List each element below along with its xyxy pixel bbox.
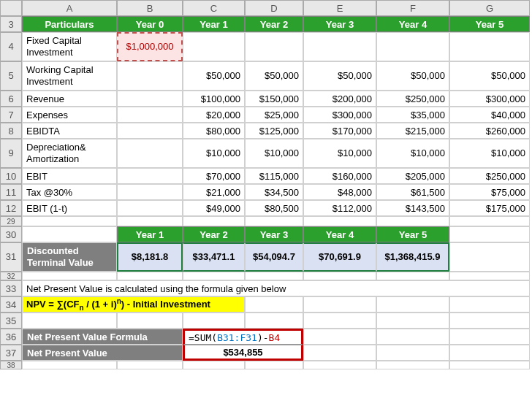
row-10[interactable]: 10	[0, 168, 22, 184]
cell-A35[interactable]	[22, 313, 117, 329]
hdr-particulars[interactable]: Particulars	[22, 16, 117, 32]
cell-C37[interactable]: $534,855	[183, 345, 303, 361]
hdr-year2[interactable]: Year 2	[245, 16, 303, 32]
col-A[interactable]: A	[22, 0, 117, 16]
cell-C7[interactable]: $20,000	[183, 107, 245, 123]
row-4[interactable]: 4	[0, 32, 22, 61]
cell-F36[interactable]	[376, 329, 449, 345]
cell-G32[interactable]	[449, 272, 530, 280]
hdr-year1[interactable]: Year 1	[183, 16, 245, 32]
row-8[interactable]: 8	[0, 123, 22, 139]
cell-D29[interactable]	[245, 216, 303, 226]
cell-A11[interactable]: Tax @30%	[22, 184, 117, 200]
spreadsheet[interactable]: A B C D E F G 3 Particulars Year 0 Year …	[0, 0, 532, 369]
hdr-year0[interactable]: Year 0	[117, 16, 183, 32]
cell-A12[interactable]: EBIT (1-t)	[22, 200, 117, 216]
cell-A10[interactable]: EBIT	[22, 168, 117, 184]
hdr2-year3[interactable]: Year 3	[245, 226, 303, 242]
cell-B11[interactable]	[117, 184, 183, 200]
cell-B8[interactable]	[117, 123, 183, 139]
row-31[interactable]: 31	[0, 242, 22, 272]
cell-F35[interactable]	[376, 313, 449, 329]
row-6[interactable]: 6	[0, 91, 22, 107]
cell-A38[interactable]	[22, 361, 117, 369]
row-37[interactable]: 37	[0, 345, 22, 361]
row-9[interactable]: 9	[0, 139, 22, 168]
cell-B29[interactable]	[117, 216, 183, 226]
cell-A5[interactable]: Working Capital Investment	[22, 61, 117, 91]
cell-F29[interactable]	[376, 216, 449, 226]
cell-D5[interactable]: $50,000	[245, 61, 303, 91]
cell-A30[interactable]	[22, 226, 117, 242]
cell-A4[interactable]: Fixed Capital Investment	[22, 32, 117, 61]
cell-D4[interactable]	[245, 32, 303, 61]
cell-C38[interactable]	[183, 361, 245, 369]
cell-B5[interactable]	[117, 61, 183, 91]
cell-A9[interactable]: Depreciation& Amortization	[22, 139, 117, 168]
cell-G29[interactable]	[449, 216, 530, 226]
cell-D35[interactable]	[245, 313, 303, 329]
cell-D12[interactable]: $80,500	[245, 200, 303, 216]
cell-A31[interactable]: Discounted Terminal Value	[22, 242, 117, 272]
cell-B7[interactable]	[117, 107, 183, 123]
cell-E7[interactable]: $300,000	[303, 107, 376, 123]
cell-A34[interactable]: NPV = ∑(CFn / (1 + i)n) - Initial Invest…	[22, 296, 245, 313]
row-36[interactable]: 36	[0, 329, 22, 345]
cell-A29[interactable]	[22, 216, 117, 226]
row-7[interactable]: 7	[0, 107, 22, 123]
cell-G37[interactable]	[449, 345, 530, 361]
cell-A6[interactable]: Revenue	[22, 91, 117, 107]
cell-G4[interactable]	[449, 32, 530, 61]
cell-A37[interactable]: Net Present Value	[22, 345, 183, 361]
cell-F7[interactable]: $35,000	[376, 107, 449, 123]
cell-G9[interactable]: $10,000	[449, 139, 530, 168]
cell-F31[interactable]: $1,368,415.9	[376, 242, 449, 272]
cell-F38[interactable]	[376, 361, 449, 369]
cell-A36[interactable]: Net Present Value Formula	[22, 329, 183, 345]
cell-C5[interactable]: $50,000	[183, 61, 245, 91]
col-C[interactable]: C	[183, 0, 245, 16]
cell-F6[interactable]: $250,000	[376, 91, 449, 107]
cell-D31[interactable]: $54,094.7	[245, 242, 303, 272]
cell-G12[interactable]: $175,000	[449, 200, 530, 216]
hdr-year4[interactable]: Year 4	[376, 16, 449, 32]
col-B[interactable]: B	[117, 0, 183, 16]
cell-E36[interactable]	[303, 329, 376, 345]
cell-E32[interactable]	[303, 272, 376, 280]
cell-C9[interactable]: $10,000	[183, 139, 245, 168]
col-E[interactable]: E	[303, 0, 376, 16]
cell-G36[interactable]	[449, 329, 530, 345]
cell-D38[interactable]	[245, 361, 303, 369]
cell-G8[interactable]: $260,000	[449, 123, 530, 139]
row-34[interactable]: 34	[0, 296, 22, 313]
cell-G34[interactable]	[449, 296, 530, 313]
cell-B6[interactable]	[117, 91, 183, 107]
cell-B9[interactable]	[117, 139, 183, 168]
cell-D34[interactable]	[245, 296, 303, 313]
cell-B31[interactable]: $8,181.8	[117, 242, 183, 272]
cell-C8[interactable]: $80,000	[183, 123, 245, 139]
cell-F4[interactable]	[376, 32, 449, 61]
cell-G38[interactable]	[449, 361, 530, 369]
cell-C6[interactable]: $100,000	[183, 91, 245, 107]
cell-F9[interactable]: $10,000	[376, 139, 449, 168]
hdr2-year1[interactable]: Year 1	[117, 226, 183, 242]
cell-F37[interactable]	[376, 345, 449, 361]
cell-D11[interactable]: $34,500	[245, 184, 303, 200]
cell-D9[interactable]: $10,000	[245, 139, 303, 168]
cell-C35[interactable]	[183, 313, 245, 329]
cell-C4[interactable]	[183, 32, 245, 61]
cell-B10[interactable]	[117, 168, 183, 184]
cell-E6[interactable]: $200,000	[303, 91, 376, 107]
cell-C11[interactable]: $21,000	[183, 184, 245, 200]
cell-B32[interactable]	[117, 272, 183, 280]
col-G[interactable]: G	[449, 0, 530, 16]
cell-F12[interactable]: $143,500	[376, 200, 449, 216]
cell-E12[interactable]: $112,000	[303, 200, 376, 216]
cell-E38[interactable]	[303, 361, 376, 369]
cell-A33[interactable]: Net Present Value is calculated using th…	[22, 280, 530, 296]
row-35[interactable]: 35	[0, 313, 22, 329]
cell-F11[interactable]: $61,500	[376, 184, 449, 200]
cell-B35[interactable]	[117, 313, 183, 329]
cell-E9[interactable]: $10,000	[303, 139, 376, 168]
